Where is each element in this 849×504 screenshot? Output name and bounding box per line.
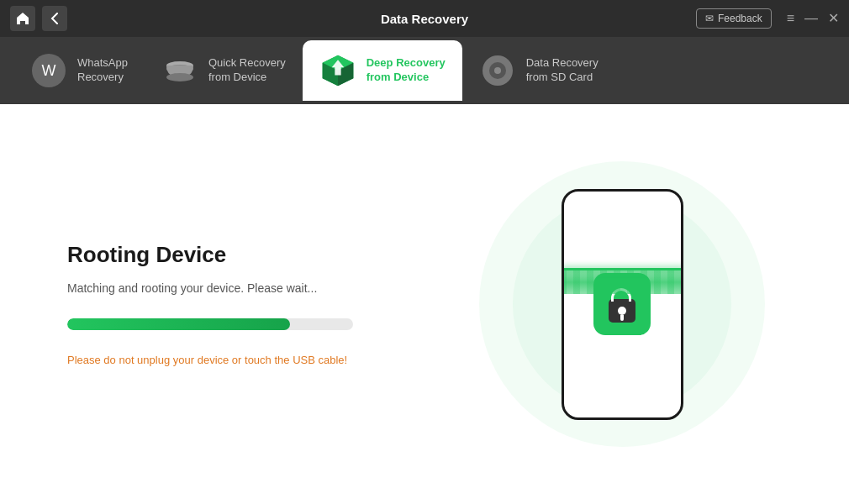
left-panel: Rooting Device Matching and rooting your… <box>67 242 462 366</box>
menu-button[interactable]: ≡ <box>787 12 794 25</box>
whatsapp-tab-label: WhatsApp Recovery <box>77 56 128 85</box>
rooting-title: Rooting Device <box>67 242 429 268</box>
svg-point-4 <box>166 73 193 81</box>
scan-beam-left <box>562 292 564 316</box>
svg-text:W: W <box>42 62 56 79</box>
sd-card-tab-icon <box>479 52 516 89</box>
tab-deep-recovery[interactable]: Deep Recovery from Device <box>303 40 462 101</box>
progress-bar-fill <box>67 318 290 330</box>
back-button[interactable] <box>42 6 67 31</box>
scan-beam-right <box>681 292 683 316</box>
phone-outer-circle <box>479 161 765 447</box>
whatsapp-tab-icon: W <box>30 52 67 89</box>
key-hole-icon <box>618 307 626 315</box>
warning-text: Please do not unplug your device or touc… <box>67 354 429 366</box>
title-text: Data Recovery <box>381 12 468 26</box>
phone-frame <box>562 189 683 420</box>
feedback-envelope-icon: ✉ <box>705 13 714 24</box>
tab-sd-card[interactable]: Data Recovery from SD Card <box>462 40 615 101</box>
window-controls: ≡ — ✕ <box>787 12 839 25</box>
app-title: Data Recovery <box>381 12 468 26</box>
close-button[interactable]: ✕ <box>828 12 839 25</box>
lock-body-rect <box>609 299 635 323</box>
deep-recovery-tab-label: Deep Recovery from Device <box>366 56 446 85</box>
rooting-description: Matching and rooting your device. Please… <box>67 281 429 295</box>
minimize-icon: — <box>804 11 818 25</box>
quick-recovery-tab-icon <box>161 52 198 89</box>
progress-bar-container <box>67 318 353 330</box>
scan-line <box>562 270 683 294</box>
menu-icon: ≡ <box>787 11 794 25</box>
svg-point-12 <box>494 67 501 74</box>
deep-recovery-tab-icon <box>319 52 356 89</box>
close-icon: ✕ <box>828 11 839 25</box>
title-bar: Data Recovery ✉ Feedback ≡ — ✕ <box>0 0 849 37</box>
home-button[interactable] <box>10 6 35 31</box>
sd-card-tab-label: Data Recovery from SD Card <box>526 56 599 85</box>
minimize-button[interactable]: — <box>804 12 818 25</box>
feedback-button[interactable]: ✉ Feedback <box>696 8 772 29</box>
title-bar-left <box>10 6 67 31</box>
quick-recovery-tab-label: Quick Recovery from Device <box>208 56 286 85</box>
tab-whatsapp[interactable]: W WhatsApp Recovery <box>13 40 145 101</box>
scan-line-top <box>562 268 683 270</box>
feedback-label: Feedback <box>718 13 762 24</box>
tab-quick-recovery[interactable]: Quick Recovery from Device <box>145 40 303 101</box>
tab-bar: W WhatsApp Recovery Quick Recovery from … <box>0 37 849 104</box>
title-bar-right: ✉ Feedback ≡ — ✕ <box>696 8 839 29</box>
main-content: Rooting Device Matching and rooting your… <box>0 104 849 504</box>
right-panel <box>462 161 782 447</box>
